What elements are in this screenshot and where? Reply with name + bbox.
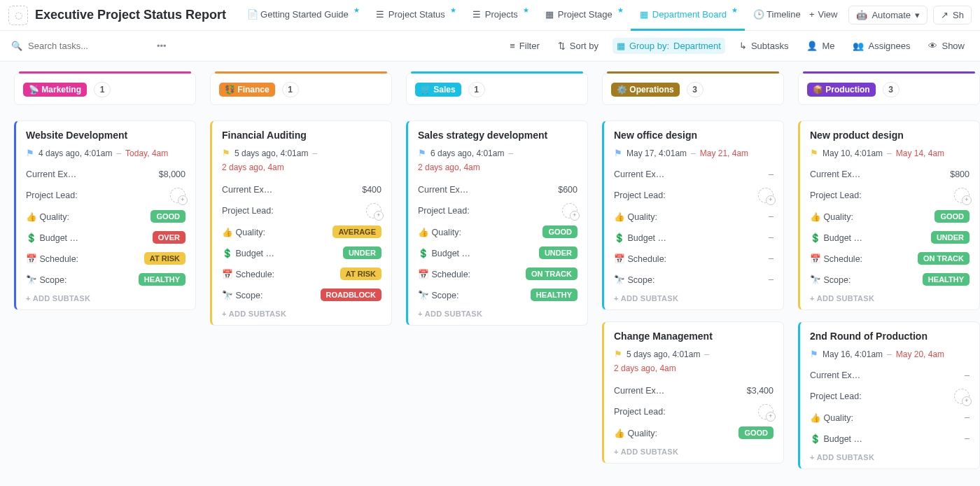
task-card[interactable]: Sales strategy development⚑6 days ago, 4… (406, 120, 588, 326)
flag-icon: ⚑ (418, 148, 426, 158)
group-icon: ▦ (617, 41, 625, 51)
assign-lead-button[interactable] (170, 188, 186, 203)
automate-button[interactable]: 🤖 Automate ▾ (848, 6, 927, 25)
tab-projects[interactable]: ☰Projects★ (463, 0, 536, 31)
tab-department-board[interactable]: ▦Department Board★ (631, 0, 745, 31)
task-title: Sales strategy development (418, 130, 578, 141)
current-ex-value: $800 (950, 169, 969, 179)
add-view-button[interactable]: + View (804, 0, 844, 31)
filterbar: 🔍 ••• ≡Filter ⇅Sort by ▦Group by: Depart… (0, 31, 980, 62)
list-icon: ☰ (472, 9, 482, 20)
flag-icon: ⚑ (222, 148, 230, 158)
board-icon: ▦ (639, 9, 649, 20)
tab-project-status[interactable]: ☰Project Status★ (367, 0, 463, 31)
task-title: Financial Auditing (222, 130, 382, 141)
task-dates: ⚑May 10, 4:01am–May 14, 4am (810, 148, 969, 158)
quality-badge: GOOD (150, 210, 186, 223)
eye-icon: 👁 (928, 41, 937, 51)
share-icon: ↗ (941, 10, 948, 20)
column-label: 📦 Production (807, 83, 876, 97)
column-header[interactable]: 🛒 Sales1 (406, 73, 588, 105)
more-options-button[interactable]: ••• (154, 38, 169, 54)
budget-badge: UNDER (539, 247, 578, 259)
subtasks-button[interactable]: ↳Subtasks (735, 38, 792, 54)
column-label: 📡 Marketing (23, 83, 87, 97)
person-icon: 👤 (806, 41, 818, 51)
column-sales: 🛒 Sales1Sales strategy development⚑6 day… (406, 73, 588, 337)
task-card[interactable]: 2nd Round of Production⚑May 16, 4:01am–M… (798, 321, 980, 469)
column-label: ⚙️ Operations (611, 83, 680, 97)
assign-lead-button[interactable] (954, 389, 969, 404)
tab-project-stage[interactable]: ▦Project Stage★ (536, 0, 631, 31)
flag-icon: ⚑ (810, 349, 818, 359)
search-input[interactable] (28, 41, 133, 51)
assignees-button[interactable]: 👥Assignees (848, 38, 914, 54)
column-count: 1 (468, 82, 485, 97)
add-subtask-button[interactable]: + ADD SUBTASK (222, 310, 382, 318)
tab-getting-started-guide[interactable]: 📄Getting Started Guide★ (239, 0, 367, 31)
schedule-badge: AT RISK (144, 252, 186, 265)
task-dates: ⚑6 days ago, 4:01am– (418, 148, 578, 158)
search-wrap: 🔍 (11, 41, 144, 51)
add-subtask-button[interactable]: + ADD SUBTASK (810, 453, 969, 461)
scope-badge: HEALTHY (139, 273, 186, 286)
add-subtask-button[interactable]: + ADD SUBTASK (418, 310, 578, 318)
column-header[interactable]: 💱 Finance1 (210, 73, 392, 105)
sort-icon: ⇅ (558, 41, 566, 51)
pin-icon: ★ (617, 6, 624, 14)
assign-lead-button[interactable] (954, 188, 969, 203)
assign-lead-button[interactable] (758, 404, 774, 419)
budget-badge: UNDER (343, 247, 382, 259)
filter-button[interactable]: ≡Filter (505, 38, 543, 54)
group-by-button[interactable]: ▦Group by: Department (612, 38, 725, 54)
current-ex-value: – (965, 370, 969, 380)
task-title: Change Management (614, 331, 774, 342)
add-subtask-button[interactable]: + ADD SUBTASK (810, 294, 969, 303)
column-header[interactable]: ⚙️ Operations3 (602, 73, 784, 105)
tab-timeline[interactable]: 🕒Timeline★ (745, 0, 804, 31)
toolbar-right: + View 🤖 Automate ▾ ↗ Sh (804, 0, 972, 31)
flag-icon: ⚑ (614, 148, 622, 158)
chevron-down-icon: ▾ (915, 10, 920, 20)
task-card[interactable]: Change Management⚑5 days ago, 4:01am–2 d… (602, 321, 784, 464)
schedule-badge: AT RISK (340, 268, 382, 280)
column-count: 1 (94, 82, 111, 97)
task-dates: ⚑4 days ago, 4:01am–Today, 4am (26, 148, 186, 158)
task-card[interactable]: New office design⚑May 17, 4:01am–May 21,… (602, 120, 784, 310)
pin-icon: ★ (523, 6, 529, 14)
assign-lead-button[interactable] (758, 188, 774, 203)
current-ex-value: $600 (558, 185, 578, 195)
add-subtask-button[interactable]: + ADD SUBTASK (614, 294, 774, 303)
budget-badge: UNDER (931, 231, 969, 244)
task-card[interactable]: Financial Auditing⚑5 days ago, 4:01am–2 … (210, 120, 392, 326)
column-count: 3 (687, 82, 704, 97)
task-card[interactable]: New product design⚑May 10, 4:01am–May 14… (798, 120, 980, 310)
assign-lead-button[interactable] (562, 203, 578, 218)
column-header[interactable]: 📡 Marketing1 (14, 73, 196, 105)
me-button[interactable]: 👤Me (802, 38, 839, 54)
pin-icon: ★ (732, 6, 738, 14)
add-subtask-button[interactable]: + ADD SUBTASK (614, 447, 774, 456)
flag-icon: ⚑ (26, 148, 34, 158)
kanban-board[interactable]: 📡 Marketing1Website Development⚑4 days a… (0, 62, 980, 486)
assign-lead-button[interactable] (366, 203, 382, 218)
doc-icon: 📄 (247, 9, 257, 20)
show-button[interactable]: 👁Show (924, 38, 969, 54)
column-label: 💱 Finance (219, 83, 275, 97)
column-operations: ⚙️ Operations3New office design⚑May 17, … (602, 73, 784, 475)
column-finance: 💱 Finance1Financial Auditing⚑5 days ago,… (210, 73, 392, 337)
list-icon: ☰ (375, 9, 385, 20)
task-card[interactable]: Website Development⚑4 days ago, 4:01am–T… (14, 120, 196, 310)
column-production: 📦 Production3New product design⚑May 10, … (798, 73, 980, 480)
flag-icon: ⚑ (810, 148, 818, 158)
add-subtask-button[interactable]: + ADD SUBTASK (26, 294, 186, 303)
task-dates: ⚑5 days ago, 4:01am– (614, 349, 774, 359)
app-icon: ◌ (8, 6, 28, 25)
share-button[interactable]: ↗ Sh (933, 6, 972, 25)
budget-badge: OVER (153, 231, 186, 244)
quality-badge: AVERAGE (332, 225, 382, 238)
sort-button[interactable]: ⇅Sort by (554, 38, 603, 54)
column-header[interactable]: 📦 Production3 (798, 73, 980, 105)
overdue-date: 2 days ago, 4am (614, 363, 774, 373)
quality-badge: GOOD (738, 426, 774, 439)
